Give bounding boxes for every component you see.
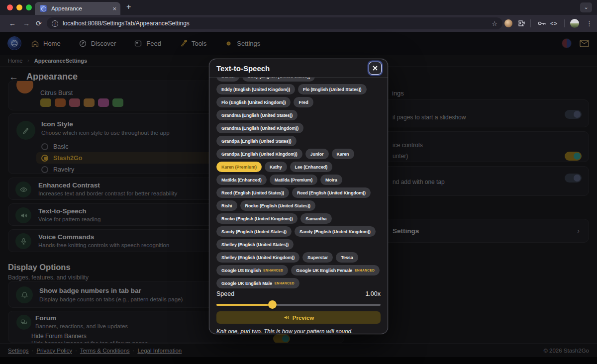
voice-chip-row: Matilda (Enhanced)Matilda (Premium)Moira (216, 175, 381, 185)
voice-chip[interactable]: Lee (Enhanced) (290, 162, 333, 172)
password-key-icon[interactable] (537, 18, 546, 28)
tab-close-icon[interactable]: × (112, 5, 116, 12)
tab-list-chevron-icon[interactable]: ⌄ (580, 2, 592, 12)
extensions-puzzle-icon[interactable] (517, 18, 525, 28)
voice-list[interactable]: DanielEddy (English (United States))Eddy… (209, 78, 388, 288)
voice-chip[interactable]: Grandpa (English (United States)) (216, 136, 297, 146)
speed-label: Speed (216, 290, 234, 297)
voice-chip[interactable]: Flo (English (United States)) (298, 84, 367, 94)
browser-menu-icon[interactable]: ⋮ (586, 18, 593, 28)
bookmark-star-icon[interactable]: ☆ (492, 20, 498, 27)
url-text[interactable]: localhost:8088/SettingsTab/AppearanceSet… (63, 20, 492, 27)
dialog-title: Text-to-Speech (216, 64, 270, 73)
voice-chip-row: Flo (English (United Kingdom))Fred (216, 97, 381, 107)
traffic-light-minimize[interactable] (16, 4, 22, 10)
voice-chip[interactable]: Grandpa (English (United Kingdom)) (216, 149, 302, 159)
voice-chip-row: Grandpa (English (United States)) (216, 136, 381, 146)
voice-chip[interactable]: Eddy (English (United States)) (242, 78, 315, 82)
voice-chip[interactable]: Sandy (English (United Kingdom)) (295, 226, 376, 237)
screen: Appearance × + ⌄ ← → ⟳ i localhost:8088/… (0, 0, 597, 364)
preview-button[interactable]: Preview (216, 311, 381, 324)
text-to-speech-dialog: Text-to-Speech DanielEddy (English (Unit… (209, 59, 388, 334)
voice-chip[interactable]: Rocko (English (United States)) (240, 200, 315, 211)
voice-chip-row: Shelley (English (United States)) (216, 239, 381, 250)
voice-chip-row: Reed (English (United States))Reed (Engl… (216, 187, 381, 198)
voice-chip[interactable]: Reed (English (United Kingdom)) (292, 187, 371, 198)
voice-chip-row: Grandma (English (United States)) (216, 110, 381, 120)
voice-chip[interactable]: Rocko (English (United Kingdom)) (216, 213, 298, 224)
voice-chip[interactable]: Karen (332, 149, 354, 159)
voice-chip-row: Shelley (English (United Kingdom))Supers… (216, 252, 381, 263)
site-info-icon[interactable]: i (52, 20, 58, 27)
sample-sentence: Knit one, purl two. This is how your pat… (216, 328, 381, 334)
voice-chip-row: Eddy (English (United Kingdom))Flo (Engl… (216, 84, 381, 94)
extension-icon[interactable] (504, 18, 512, 28)
back-icon[interactable]: ← (9, 18, 16, 28)
voice-chip[interactable]: Moira (320, 175, 342, 185)
url-bar[interactable]: i localhost:8088/SettingsTab/AppearanceS… (47, 17, 502, 29)
voice-chip[interactable]: Eddy (English (United Kingdom)) (216, 84, 295, 94)
voice-chip[interactable]: Daniel (216, 78, 239, 82)
slider-thumb[interactable] (268, 300, 277, 309)
voice-chip[interactable]: Grandma (English (United Kingdom)) (216, 123, 303, 133)
voice-chip[interactable]: Matilda (Enhanced) (216, 175, 267, 185)
voice-chip[interactable]: Shelley (English (United States)) (216, 239, 294, 250)
browser-toolbar: ← → ⟳ i localhost:8088/SettingsTab/Appea… (0, 15, 597, 32)
voice-chip-row: Rocko (English (United Kingdom))Samantha (216, 213, 381, 224)
voice-chip[interactable]: Tessa (336, 252, 358, 263)
voice-chip[interactable]: Junior (305, 149, 329, 159)
traffic-light-zoom[interactable] (26, 4, 32, 10)
devtools-code-icon[interactable]: <> (550, 18, 558, 28)
toolbar-divider (564, 19, 565, 27)
voice-chip[interactable]: Google US EnglishENHANCED (216, 265, 288, 275)
speaker-icon (283, 314, 290, 321)
voice-chip[interactable]: Flo (English (United Kingdom)) (216, 97, 291, 107)
speed-value: 1.00x (365, 290, 381, 297)
voice-chip-row: Karen (Premium)KathyLee (Enhanced) (216, 162, 381, 172)
voice-chip-row: Google US EnglishENHANCEDGoogle UK Engli… (216, 265, 381, 275)
preview-label: Preview (293, 315, 314, 321)
voice-chip[interactable]: Grandma (English (United States)) (216, 110, 298, 120)
toolbar-divider (530, 19, 531, 27)
browser-profile-avatar[interactable] (570, 18, 579, 28)
voice-chip[interactable]: Rishi (216, 200, 237, 211)
voice-chip[interactable]: Sandy (English (United States)) (216, 226, 292, 237)
voice-chip-row: Grandpa (English (United Kingdom))Junior… (216, 149, 381, 159)
voice-chip-row: RishiRocko (English (United States)) (216, 200, 381, 211)
close-button[interactable] (369, 62, 382, 75)
browser-tab-strip: Appearance × + ⌄ (0, 0, 597, 15)
voice-chip[interactable]: Shelley (English (United Kingdom)) (216, 252, 299, 263)
extension-face-icon (504, 19, 512, 27)
voice-chip[interactable]: Reed (English (United States)) (216, 187, 289, 198)
voice-chip[interactable]: Superstar (302, 252, 333, 263)
voice-chip[interactable]: Matilda (Premium) (270, 175, 317, 185)
voice-chip-rows: DanielEddy (English (United States))Eddy… (216, 78, 381, 288)
voice-chip[interactable]: Kathy (265, 162, 287, 172)
voice-chip-row: Grandma (English (United Kingdom)) (216, 123, 381, 133)
voice-chip[interactable]: Google UK English MaleENHANCED (216, 278, 299, 288)
voice-chip-row: Google UK English MaleENHANCED (216, 278, 381, 288)
speed-row: Speed 1.00x (209, 290, 388, 297)
new-tab-button[interactable]: + (126, 2, 131, 11)
dialog-header: Text-to-Speech (209, 59, 388, 78)
tab-favicon-icon (40, 5, 47, 12)
reload-icon[interactable]: ⟳ (36, 18, 42, 28)
voice-chip-row: DanielEddy (English (United States)) (216, 78, 381, 82)
voice-chip[interactable]: Samantha (300, 213, 331, 224)
browser-tab[interactable]: Appearance × (35, 2, 120, 15)
close-icon (372, 65, 378, 71)
voice-chip-row: Sandy (English (United States))Sandy (En… (216, 226, 381, 237)
slider-fill (216, 304, 272, 306)
tab-title: Appearance (51, 5, 112, 11)
avatar (570, 19, 579, 28)
speed-slider[interactable] (216, 300, 381, 309)
voice-chip[interactable]: Karen (Premium) (216, 162, 262, 172)
voice-chip[interactable]: Fred (294, 97, 313, 107)
traffic-light-close[interactable] (7, 4, 13, 10)
voice-chip[interactable]: Google UK English FemaleENHANCED (291, 265, 380, 275)
forward-icon[interactable]: → (23, 18, 30, 28)
